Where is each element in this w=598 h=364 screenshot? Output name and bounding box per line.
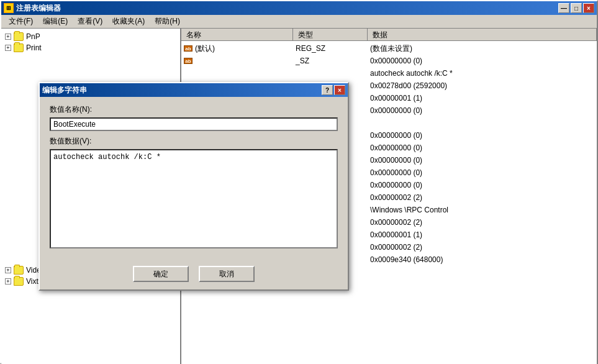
dialog-overlay: 编辑多字符串 ? × 数值名称(N): 数值数据(V): autocheck a…	[1, 1, 597, 363]
dialog-buttons: 确定 取消	[40, 261, 348, 289]
name-group: 数值名称(N):	[50, 104, 338, 131]
textarea-wrapper: autocheck autochk /k:C *	[50, 149, 338, 248]
dialog-body: 数值名称(N): 数值数据(V): autocheck autochk /k:C…	[40, 97, 348, 261]
name-input[interactable]	[50, 117, 338, 131]
name-label: 数值名称(N):	[50, 104, 338, 115]
dialog-help-button[interactable]: ?	[322, 85, 333, 95]
edit-dialog: 编辑多字符串 ? × 数值名称(N): 数值数据(V): autocheck a…	[39, 82, 349, 291]
dialog-title-buttons: ? ×	[322, 85, 345, 95]
dialog-title-bar: 编辑多字符串 ? ×	[40, 83, 348, 97]
main-window: ⊞ 注册表编辑器 — □ × 文件(F) 编辑(E) 查看(V) 收藏夹(A) …	[0, 0, 598, 364]
cancel-button[interactable]: 取消	[199, 266, 255, 282]
data-group: 数值数据(V): autocheck autochk /k:C *	[50, 136, 338, 248]
data-label: 数值数据(V):	[50, 136, 338, 147]
dialog-close-button[interactable]: ×	[334, 85, 345, 95]
dialog-title-text: 编辑多字符串	[42, 85, 87, 96]
ok-button[interactable]: 确定	[133, 266, 189, 282]
data-textarea[interactable]: autocheck autochk /k:C *	[50, 149, 338, 248]
